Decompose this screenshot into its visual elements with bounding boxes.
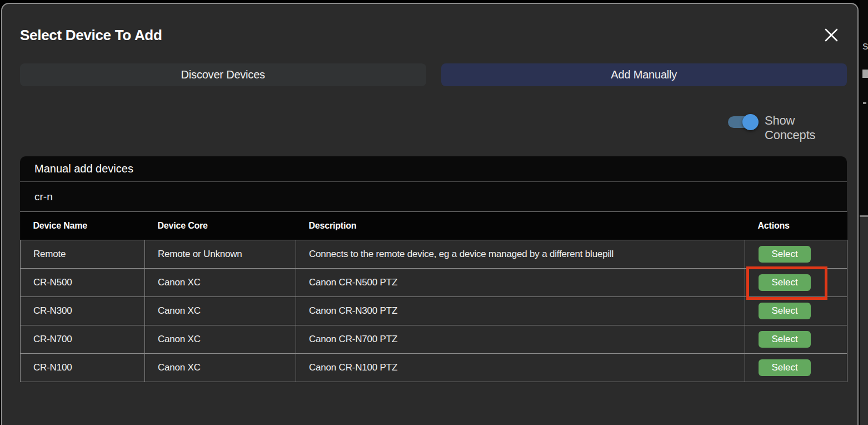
- background-fragment: [863, 102, 866, 104]
- header-description: Description: [296, 212, 745, 240]
- select-button[interactable]: Select: [759, 303, 811, 319]
- table-row: Remote Remote or Unknown Connects to the…: [21, 240, 847, 268]
- toggle-thumb-icon: [742, 114, 759, 130]
- cell-device-core: Canon XC: [145, 296, 296, 325]
- page-backdrop: Select Device To Add Discover Devices Ad…: [0, 0, 868, 425]
- tab-discover-devices[interactable]: Discover Devices: [20, 63, 426, 86]
- cell-actions: Select: [745, 268, 847, 296]
- cell-device-core: Canon XC: [145, 353, 296, 382]
- table-row: CR-N300 Canon XC Canon CR-N300 PTZ Selec…: [21, 296, 847, 325]
- cell-device-name: CR-N700: [21, 325, 145, 353]
- cell-description: Connects to the remote device, eg a devi…: [296, 240, 745, 268]
- cell-device-name: Remote: [21, 240, 145, 268]
- background-page-edge: s: [860, 0, 868, 425]
- dialog-tabs: Discover Devices Add Manually: [20, 63, 847, 86]
- tab-add-manually[interactable]: Add Manually: [441, 63, 847, 86]
- cell-device-core: Canon XC: [145, 268, 296, 296]
- cell-device-name: CR-N300: [21, 296, 145, 325]
- cell-device-name: CR-N100: [21, 353, 145, 382]
- table-row: CR-N500 Canon XC Canon CR-N500 PTZ Selec…: [21, 268, 847, 296]
- cell-actions: Select: [745, 240, 847, 268]
- select-button[interactable]: Select: [759, 274, 811, 291]
- header-device-name: Device Name: [21, 212, 145, 240]
- cell-description: Canon CR-N500 PTZ: [296, 268, 745, 296]
- select-button[interactable]: Select: [759, 246, 811, 263]
- dialog-title: Select Device To Add: [20, 27, 162, 44]
- background-partial-text: s: [862, 39, 868, 52]
- panel-title: Manual add devices: [20, 156, 847, 182]
- cell-actions: Select: [745, 296, 847, 325]
- device-table-body: Remote Remote or Unknown Connects to the…: [21, 240, 847, 382]
- background-fragment: [862, 70, 868, 78]
- device-filter-input[interactable]: [20, 182, 847, 212]
- select-button[interactable]: Select: [759, 359, 811, 376]
- device-table: Device Name Device Core Description Acti…: [20, 212, 847, 382]
- cell-description: Canon CR-N700 PTZ: [296, 325, 745, 353]
- cell-description: Canon CR-N300 PTZ: [296, 296, 745, 325]
- cell-actions: Select: [745, 325, 847, 353]
- cell-description: Canon CR-N100 PTZ: [296, 353, 745, 382]
- tab-add-manually-label: Add Manually: [611, 68, 677, 81]
- table-row: CR-N100 Canon XC Canon CR-N100 PTZ Selec…: [21, 353, 847, 382]
- close-icon: [824, 28, 839, 42]
- header-actions: Actions: [745, 212, 847, 240]
- cell-actions: Select: [745, 353, 847, 382]
- show-concepts-toggle[interactable]: [728, 116, 757, 128]
- select-button[interactable]: Select: [759, 331, 811, 348]
- header-device-core: Device Core: [145, 212, 296, 240]
- cell-device-core: Remote or Unknown: [145, 240, 296, 268]
- tab-discover-devices-label: Discover Devices: [181, 68, 265, 81]
- cell-device-name: CR-N500: [21, 268, 145, 296]
- cell-device-core: Canon XC: [145, 325, 296, 353]
- show-concepts-label: Show Concepts: [765, 113, 847, 142]
- show-concepts-row: Show Concepts: [2, 110, 847, 135]
- select-device-dialog: Select Device To Add Discover Devices Ad…: [1, 3, 859, 425]
- background-panel-fragment: [860, 217, 868, 425]
- close-button[interactable]: [822, 26, 840, 44]
- table-row: CR-N700 Canon XC Canon CR-N700 PTZ Selec…: [21, 325, 847, 353]
- manual-add-devices-panel: Manual add devices Device Name Device Co…: [20, 156, 847, 382]
- device-table-header: Device Name Device Core Description Acti…: [21, 212, 847, 240]
